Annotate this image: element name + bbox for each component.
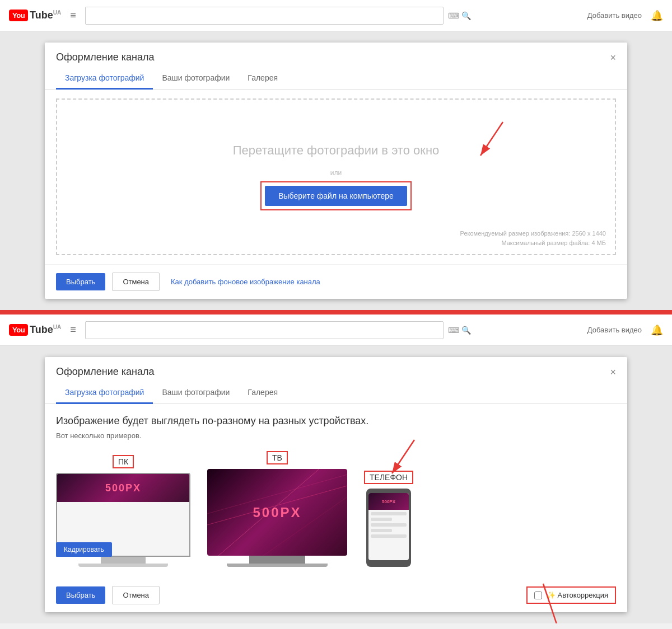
- tv-stand: [249, 556, 305, 564]
- phone-line-2: [371, 518, 392, 521]
- phone-banner: 500PX: [368, 493, 409, 510]
- modal-header-1: Оформление канала ×: [45, 43, 627, 63]
- search-icon[interactable]: 🔍: [461, 11, 471, 20]
- pc-mockup: 500PX Кадрировать: [56, 473, 190, 567]
- modal-title-1: Оформление канала: [56, 51, 154, 63]
- cancel-button-2[interactable]: Отмена: [112, 586, 160, 604]
- tv-label: ТВ: [267, 451, 288, 464]
- tab-upload-photos-1[interactable]: Загрузка фотографий: [56, 68, 153, 90]
- menu-icon-2[interactable]: ≡: [70, 324, 76, 336]
- channel-art-modal-2: Оформление канала × Загрузка фотографий …: [45, 357, 627, 612]
- tv-mockup: 500PX: [207, 469, 347, 567]
- phone-line-5: [371, 534, 407, 538]
- drag-drop-text: Перетащите фотографии в это окно: [233, 143, 440, 158]
- phone-line-1: [371, 512, 407, 515]
- search-icon-2[interactable]: 🔍: [461, 326, 471, 335]
- modal-section-1: Оформление канала × Загрузка фотографий …: [0, 31, 672, 310]
- add-video-button[interactable]: Добавить видео: [587, 11, 642, 20]
- pc-device-container: ПК 500PX Кадрировать: [56, 455, 190, 567]
- keyboard-icon: ⌨: [448, 11, 459, 20]
- tv-device-container: ТВ 500PX: [207, 451, 347, 567]
- tab-gallery-1[interactable]: Галерея: [239, 68, 287, 90]
- menu-icon[interactable]: ≡: [70, 10, 76, 21]
- header-right-2: Добавить видео 🔔: [587, 324, 663, 336]
- modal-title-2: Оформление канала: [56, 366, 154, 378]
- header-right: Добавить видео 🔔: [587, 10, 663, 22]
- phone-line-4: [371, 529, 392, 532]
- youtube-header-2: You TubeUA ≡ ⌨ 🔍 Добавить видео 🔔: [0, 314, 672, 346]
- or-label: или: [330, 169, 342, 177]
- logo-tube-2: TubeUA: [30, 324, 61, 336]
- youtube-logo-2: You TubeUA: [9, 324, 61, 336]
- choose-file-button[interactable]: Выберите файл на компьютере: [265, 186, 407, 206]
- select-button-2[interactable]: Выбрать: [56, 586, 105, 604]
- phone-screen: 500PX: [368, 493, 409, 560]
- tv-decoration: [207, 469, 347, 556]
- max-size-text: Максимальный размер файла: 4 МБ: [460, 238, 606, 248]
- red-separator: [0, 310, 672, 314]
- logo-you-2: You: [9, 324, 28, 336]
- tab-your-photos-2[interactable]: Ваши фотографии: [153, 382, 239, 404]
- svg-line-3: [218, 469, 319, 556]
- pc-banner: 500PX: [57, 474, 189, 502]
- tv-screen: 500PX: [207, 469, 347, 556]
- logo-you: You: [9, 10, 28, 21]
- keyboard-icon-2: ⌨: [448, 326, 459, 335]
- red-arrow-tv-icon: [347, 434, 448, 490]
- phone-content: [368, 510, 409, 542]
- tv-base: [227, 564, 328, 567]
- pc-label: ПК: [113, 455, 134, 468]
- search-input-2[interactable]: [85, 321, 444, 339]
- cancel-button-1[interactable]: Отмена: [112, 273, 160, 291]
- pc-base: [78, 564, 168, 567]
- tab-gallery-2[interactable]: Галерея: [239, 382, 287, 404]
- modal-close-button-2[interactable]: ×: [610, 367, 616, 377]
- modal-close-button-1[interactable]: ×: [610, 53, 616, 63]
- preview-subtitle: Вот несколько примеров.: [56, 431, 616, 440]
- youtube-logo-1: You TubeUA: [9, 10, 61, 21]
- crop-button[interactable]: Кадрировать: [56, 542, 112, 557]
- phone-outer: 500PX: [366, 489, 411, 567]
- tab-upload-photos-2[interactable]: Загрузка фотографий: [56, 382, 153, 404]
- modal-header-2: Оформление канала ×: [45, 357, 627, 378]
- logo-tube: TubeUA: [30, 10, 61, 21]
- modal-tabs-1: Загрузка фотографий Ваши фотографии Гале…: [45, 68, 627, 90]
- tab-your-photos-1[interactable]: Ваши фотографии: [153, 68, 239, 90]
- select-button-1[interactable]: Выбрать: [56, 273, 105, 290]
- preview-title: Изображение будет выглядеть по-разному н…: [56, 415, 616, 427]
- recommended-size-text: Рекомендуемый размер изображения: 2560 x…: [460, 229, 606, 238]
- phone-mockup: 500PX: [366, 489, 411, 567]
- youtube-header-1: You TubeUA ≡ ⌨ 🔍 Добавить видео 🔔: [0, 0, 672, 31]
- search-input[interactable]: [85, 7, 444, 25]
- upload-drop-area[interactable]: Перетащите фотографии в это окно или Выб…: [56, 98, 616, 255]
- devices-preview-row: ПК 500PX Кадрировать ТВ: [56, 451, 616, 567]
- help-link-1[interactable]: Как добавить фоновое изображение канала: [171, 278, 320, 286]
- phone-line-3: [371, 523, 407, 527]
- modal-section-2: Оформление канала × Загрузка фотографий …: [0, 346, 672, 623]
- modal-tabs-2: Загрузка фотографий Ваши фотографии Гале…: [45, 382, 627, 404]
- preview-content: Изображение будет выглядеть по-разному н…: [45, 404, 627, 567]
- add-video-button-2[interactable]: Добавить видео: [587, 326, 642, 334]
- red-arrow-drag-icon: [458, 116, 525, 172]
- channel-art-modal-1: Оформление канала × Загрузка фотографий …: [45, 43, 627, 299]
- notification-bell-icon-2[interactable]: 🔔: [651, 324, 663, 336]
- upload-info: Рекомендуемый размер изображения: 2560 x…: [460, 229, 606, 247]
- choose-file-wrapper: Выберите файл на компьютере: [260, 181, 412, 210]
- red-arrow-autocorrect-icon: [515, 578, 582, 623]
- svg-line-2: [207, 475, 347, 514]
- notification-bell-icon[interactable]: 🔔: [651, 10, 663, 22]
- pc-stand: [101, 557, 146, 564]
- modal-footer-1: Выбрать Отмена Как добавить фоновое изоб…: [45, 264, 627, 299]
